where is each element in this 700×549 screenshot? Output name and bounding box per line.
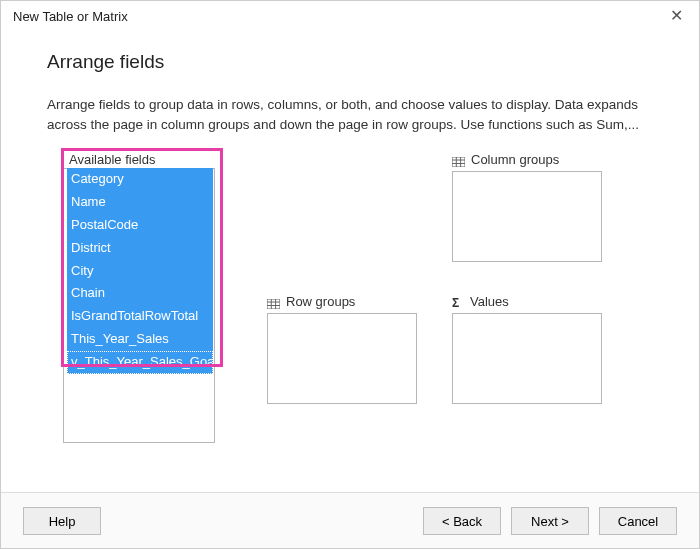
window-title: New Table or Matrix — [13, 9, 128, 24]
table-icon — [452, 155, 465, 165]
row-groups-text: Row groups — [286, 294, 355, 309]
help-button[interactable]: Help — [23, 507, 101, 535]
values-box[interactable] — [452, 313, 602, 404]
list-item[interactable]: City — [67, 260, 213, 283]
list-item[interactable]: PostalCode — [67, 214, 213, 237]
wizard-content: Arrange fields Arrange fields to group d… — [1, 31, 699, 492]
column-groups-text: Column groups — [471, 152, 559, 167]
svg-rect-5 — [267, 299, 280, 309]
values-label: Σ Values — [452, 294, 602, 309]
list-item[interactable]: Category — [67, 168, 213, 191]
row-groups-label: Row groups — [267, 294, 417, 309]
svg-rect-0 — [452, 157, 465, 167]
close-icon[interactable]: ✕ — [664, 6, 689, 26]
arrange-layout: Available fields Category Name PostalCod… — [47, 152, 671, 452]
step-description: Arrange fields to group data in rows, co… — [47, 95, 671, 134]
list-item[interactable]: This_Year_Sales — [67, 328, 213, 351]
list-item[interactable]: v_This_Year_Sales_Goal — [67, 351, 213, 374]
list-item[interactable]: District — [67, 237, 213, 260]
column-groups-box[interactable] — [452, 171, 602, 262]
list-item[interactable]: IsGrandTotalRowTotal — [67, 305, 213, 328]
column-groups-label: Column groups — [452, 152, 602, 167]
values-panel: Σ Values — [452, 294, 602, 404]
row-groups-box[interactable] — [267, 313, 417, 404]
column-groups-panel: Column groups — [452, 152, 602, 262]
list-item[interactable]: Chain — [67, 282, 213, 305]
table-icon — [267, 297, 280, 307]
next-button[interactable]: Next > — [511, 507, 589, 535]
list-item[interactable]: Name — [67, 191, 213, 214]
available-fields-label: Available fields — [69, 152, 155, 167]
row-groups-panel: Row groups — [267, 294, 417, 404]
back-button[interactable]: < Back — [423, 507, 501, 535]
sigma-icon: Σ — [452, 296, 464, 308]
available-fields-list: Category Name PostalCode District City C… — [67, 168, 213, 374]
values-text: Values — [470, 294, 509, 309]
step-title: Arrange fields — [47, 51, 671, 73]
footer: Help < Back Next > Cancel — [1, 492, 699, 548]
titlebar: New Table or Matrix ✕ — [1, 1, 699, 31]
cancel-button[interactable]: Cancel — [599, 507, 677, 535]
